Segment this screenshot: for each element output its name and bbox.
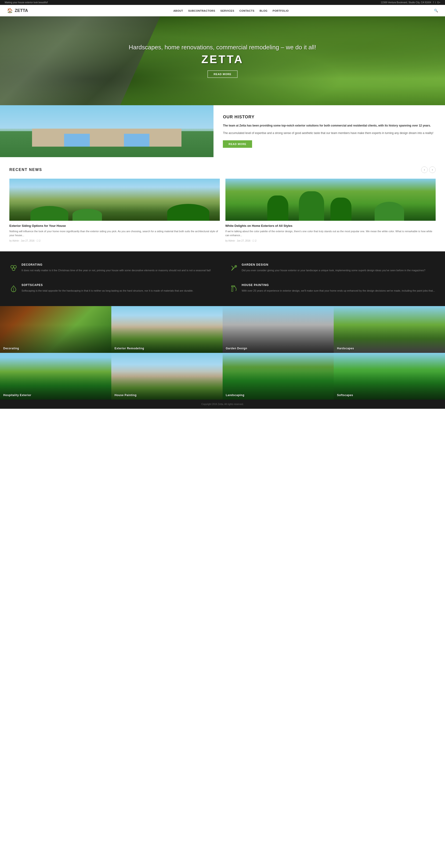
logo-icon: 🏠 bbox=[7, 8, 13, 13]
about-title: OUR HISTORY bbox=[223, 115, 436, 120]
portfolio-label-2: Exterior Remodeling bbox=[115, 347, 144, 350]
nav-about[interactable]: ABOUT bbox=[173, 9, 183, 12]
news-card-2: White Delights on Home Exteriors of All … bbox=[225, 179, 436, 242]
tagline: Making your house exterior look beautifu… bbox=[5, 1, 48, 4]
logo-text: ZETTA bbox=[15, 8, 28, 13]
feature-garden-desc: Did you ever consider giving your house … bbox=[242, 268, 425, 273]
facebook-link[interactable]: f bbox=[433, 1, 434, 4]
nav-portfolio[interactable]: PORTFOLIO bbox=[273, 9, 289, 12]
portfolio-item-hospitality[interactable]: Hospitality Exterior bbox=[0, 353, 111, 400]
news-image-2 bbox=[225, 179, 436, 221]
news-nav-arrows: ‹ › bbox=[421, 166, 436, 173]
navbar: 🏠 ZETTA ABOUT SUBCONTRACTORS SERVICES CO… bbox=[0, 5, 445, 17]
svg-rect-4 bbox=[231, 286, 235, 287]
news-card-2-excerpt: If we're talking about the color palette… bbox=[225, 229, 436, 238]
feature-decorating: DECORATING It does not really matter is … bbox=[9, 263, 216, 274]
garden-icon bbox=[230, 264, 238, 274]
portfolio-overlay-3 bbox=[223, 306, 334, 353]
portfolio-label-8: Softscapes bbox=[337, 394, 353, 397]
portfolio-overlay-5 bbox=[0, 353, 111, 400]
portfolio-label-6: House Painting bbox=[115, 394, 136, 397]
top-bar-right: 11569 Ventura Boulevard, Studio City, CA… bbox=[381, 1, 440, 4]
portfolio-item-garden[interactable]: Garden Design bbox=[223, 306, 334, 353]
top-bar: Making your house exterior look beautifu… bbox=[0, 0, 445, 5]
news-card-1-excerpt: Nothing will influence the look of your … bbox=[9, 229, 220, 238]
portfolio-label-7: Landscaping bbox=[226, 394, 245, 397]
portfolio-overlay-2 bbox=[111, 306, 223, 353]
twitter-link[interactable]: t bbox=[435, 1, 436, 4]
nav-links: ABOUT SUBCONTRACTORS SERVICES CONTACTS B… bbox=[173, 8, 289, 12]
hero-title: ZETTA bbox=[129, 53, 316, 66]
portfolio-section: Decorating Exterior Remodeling Garden De… bbox=[0, 306, 445, 400]
feature-softscapes: SOFTSCAPES Softscaping is the total oppo… bbox=[9, 283, 216, 294]
about-paragraph1: The team at Zetta has been providing som… bbox=[223, 123, 436, 128]
feature-garden-title: GARDEN DESIGN bbox=[242, 263, 425, 266]
feature-painting-title: HOUSE PAINTING bbox=[242, 283, 435, 287]
portfolio-overlay-4 bbox=[334, 306, 445, 353]
about-cta-button[interactable]: READ MORE bbox=[223, 140, 252, 148]
news-card-1-meta: by Admin · Jun 27, 2016 · ☐ 2 bbox=[9, 240, 220, 242]
news-section-title: RECENT NEWS bbox=[9, 168, 42, 172]
about-section: OUR HISTORY The team at Zetta has been p… bbox=[0, 105, 445, 157]
hero-section: Hardscapes, home renovations, commercial… bbox=[0, 17, 445, 105]
nav-subcontractors[interactable]: SUBCONTRACTORS bbox=[188, 9, 215, 12]
portfolio-overlay-7 bbox=[223, 353, 334, 400]
portfolio-item-house-painting[interactable]: House Painting bbox=[111, 353, 223, 400]
hero-cta-button[interactable]: READ MORE bbox=[208, 70, 237, 78]
portfolio-item-landscaping[interactable]: Landscaping bbox=[223, 353, 334, 400]
painting-icon bbox=[230, 284, 238, 294]
portfolio-label-1: Decorating bbox=[3, 347, 19, 350]
social-links[interactable]: f t G+ bbox=[433, 1, 440, 4]
nav-blog[interactable]: BLOG bbox=[260, 9, 267, 12]
about-paragraph2: The accumulated level of expertise and a… bbox=[223, 131, 436, 135]
nav-services[interactable]: SERVICES bbox=[220, 9, 234, 12]
softscapes-icon bbox=[9, 284, 18, 294]
portfolio-label-5: Hospitality Exterior bbox=[3, 394, 31, 397]
recent-news-section: RECENT NEWS ‹ › Exterior Siding Options … bbox=[0, 157, 445, 251]
portfolio-overlay-6 bbox=[111, 353, 223, 400]
news-card-2-title: White Delights on Home Exteriors of All … bbox=[225, 224, 436, 227]
footer-text: Copyright 2016 Zetta. All rights reserve… bbox=[201, 403, 244, 405]
portfolio-overlay-1 bbox=[0, 306, 111, 353]
portfolio-overlay-8 bbox=[334, 353, 445, 400]
feature-painting-text: HOUSE PAINTING With over 25 years of exp… bbox=[242, 283, 435, 293]
feature-garden: GARDEN DESIGN Did you ever consider givi… bbox=[230, 263, 436, 274]
feature-painting: HOUSE PAINTING With over 25 years of exp… bbox=[230, 283, 436, 294]
house-image bbox=[0, 105, 214, 157]
nav-contacts[interactable]: CONTACTS bbox=[240, 9, 254, 12]
portfolio-item-softscapes[interactable]: Softscapes bbox=[334, 353, 445, 400]
feature-softscapes-title: SOFTSCAPES bbox=[22, 283, 193, 287]
about-image bbox=[0, 105, 214, 157]
news-card-2-meta: by Admin · Jun 27, 2016 · ☐ 2 bbox=[225, 240, 436, 242]
news-card-1: Exterior Siding Options for Your House N… bbox=[9, 179, 220, 242]
decorating-icon bbox=[9, 264, 18, 274]
features-section: DECORATING It does not really matter is … bbox=[0, 251, 445, 306]
feature-decorating-title: DECORATING bbox=[22, 263, 211, 266]
feature-garden-text: GARDEN DESIGN Did you ever consider givi… bbox=[242, 263, 425, 273]
feature-decorating-text: DECORATING It does not really matter is … bbox=[22, 263, 211, 273]
news-prev-arrow[interactable]: ‹ bbox=[421, 166, 428, 173]
feature-painting-desc: With over 25 years of experience in exte… bbox=[242, 288, 435, 293]
portfolio-item-decorating[interactable]: Decorating bbox=[0, 306, 111, 353]
search-icon[interactable]: 🔍 bbox=[434, 9, 438, 12]
svg-point-2 bbox=[12, 268, 15, 271]
footer: Copyright 2016 Zetta. All rights reserve… bbox=[0, 400, 445, 409]
logo[interactable]: 🏠 ZETTA bbox=[7, 8, 28, 13]
news-section-header: RECENT NEWS ‹ › bbox=[9, 166, 436, 173]
google-link[interactable]: G+ bbox=[437, 1, 440, 4]
about-content: OUR HISTORY The team at Zetta has been p… bbox=[214, 105, 445, 157]
portfolio-item-remodeling[interactable]: Exterior Remodeling bbox=[111, 306, 223, 353]
portfolio-label-4: Hardscapes bbox=[337, 347, 354, 350]
address: 11569 Ventura Boulevard, Studio City, CA… bbox=[381, 1, 431, 4]
news-next-arrow[interactable]: › bbox=[429, 166, 436, 173]
feature-decorating-desc: It does not really matter is it the Chri… bbox=[22, 268, 211, 273]
feature-softscapes-text: SOFTSCAPES Softscaping is the total oppo… bbox=[22, 283, 193, 293]
news-image-1 bbox=[9, 179, 220, 221]
hero-content: Hardscapes, home renovations, commercial… bbox=[129, 44, 316, 78]
hero-subtitle: Hardscapes, home renovations, commercial… bbox=[129, 44, 316, 51]
portfolio-item-hardscapes[interactable]: Hardscapes bbox=[334, 306, 445, 353]
news-grid: Exterior Siding Options for Your House N… bbox=[9, 179, 436, 242]
portfolio-label-3: Garden Design bbox=[226, 347, 247, 350]
news-card-1-title: Exterior Siding Options for Your House bbox=[9, 224, 220, 227]
feature-softscapes-desc: Softscaping is the total opposite for th… bbox=[22, 288, 193, 293]
